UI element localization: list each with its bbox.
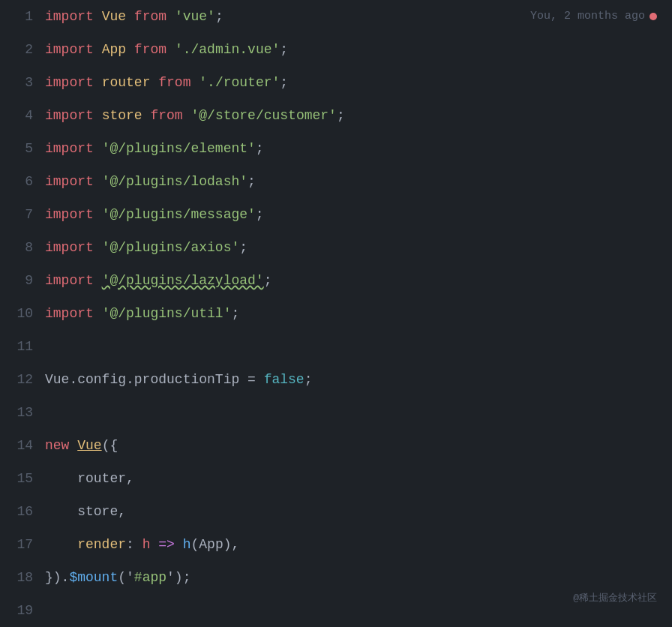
git-blame-dot [650, 13, 657, 20]
code-line-6: import '@/plugins/lodash'; [45, 165, 657, 198]
code-line-9: import '@/plugins/lazyload'; [45, 264, 657, 297]
line-numbers: 1 2 3 4 5 6 7 8 9 10 11 12 13 14 15 16 1… [0, 0, 45, 627]
line-num-6: 6 [0, 165, 33, 198]
code-line-18: }).$mount('#app'); [45, 561, 657, 594]
line-num-10: 10 [0, 297, 33, 330]
code-lines: import Vue from 'vue'; import App from '… [45, 0, 672, 627]
line-num-12: 12 [0, 363, 33, 396]
line-num-18: 18 [0, 561, 33, 594]
line-num-4: 4 [0, 99, 33, 132]
line-num-9: 9 [0, 264, 33, 297]
line-num-5: 5 [0, 132, 33, 165]
line-num-15: 15 [0, 462, 33, 495]
code-line-5: import '@/plugins/element'; [45, 132, 657, 165]
line-num-1: 1 [0, 0, 33, 33]
code-line-10: import '@/plugins/util'; [45, 297, 657, 330]
git-blame-text: You, 2 months ago [530, 0, 645, 33]
line-num-19: 19 [0, 594, 33, 627]
git-blame: You, 2 months ago [530, 0, 657, 33]
code-line-2: import App from './admin.vue'; [45, 33, 657, 66]
code-line-11 [45, 330, 657, 363]
code-editor: 1 2 3 4 5 6 7 8 9 10 11 12 13 14 15 16 1… [0, 0, 672, 627]
code-line-14: new Vue({ [45, 429, 657, 462]
line-num-16: 16 [0, 495, 33, 528]
line-num-3: 3 [0, 66, 33, 99]
code-line-16: store, [45, 495, 657, 528]
line-num-17: 17 [0, 528, 33, 561]
code-line-7: import '@/plugins/message'; [45, 198, 657, 231]
line-num-8: 8 [0, 231, 33, 264]
code-line-13 [45, 396, 657, 429]
code-line-17: render: h => h(App), [45, 528, 657, 561]
code-line-8: import '@/plugins/axios'; [45, 231, 657, 264]
code-line-3: import router from './router'; [45, 66, 657, 99]
line-num-2: 2 [0, 33, 33, 66]
line-num-14: 14 [0, 429, 33, 462]
code-line-15: router, [45, 462, 657, 495]
watermark: @稀土掘金技术社区 [573, 582, 657, 615]
code-line-19 [45, 594, 657, 627]
line-num-11: 11 [0, 330, 33, 363]
code-line-12: Vue.config.productionTip = false; [45, 363, 657, 396]
line-num-7: 7 [0, 198, 33, 231]
code-line-4: import store from '@/store/customer'; [45, 99, 657, 132]
line-num-13: 13 [0, 396, 33, 429]
